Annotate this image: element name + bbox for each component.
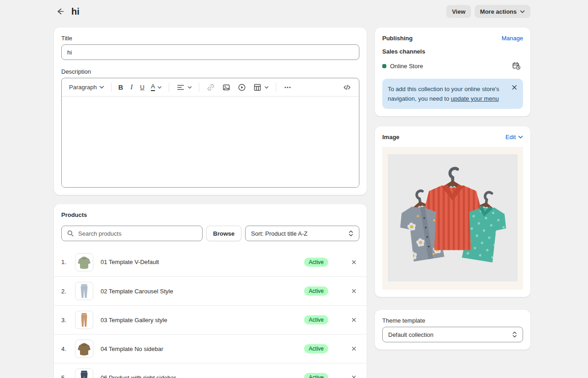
image-icon xyxy=(222,83,231,92)
chevron-down-icon xyxy=(520,10,525,13)
toolbar-separator xyxy=(111,83,112,92)
channel-status-dot xyxy=(382,64,386,68)
row-index: 5. xyxy=(61,374,75,378)
insert-image-button[interactable] xyxy=(219,81,234,94)
status-badge: Active xyxy=(304,344,328,353)
search-products-input[interactable] xyxy=(77,230,197,238)
title-label: Title xyxy=(61,35,359,42)
product-row: 4. 04 Template No sidebar Active xyxy=(54,334,367,363)
text-style-dropdown[interactable]: Paragraph xyxy=(66,82,107,92)
remove-product-button[interactable] xyxy=(349,373,358,378)
underline-button[interactable]: U xyxy=(137,82,147,92)
sort-select[interactable]: Sort: Product title A-Z xyxy=(245,226,359,241)
text-color-button[interactable]: A xyxy=(148,81,165,93)
image-heading: Image xyxy=(382,134,400,140)
shirts-illustration xyxy=(382,147,523,290)
updown-arrows-icon xyxy=(348,230,353,237)
bold-button[interactable]: B xyxy=(116,82,126,93)
description-editor: Paragraph B I U A xyxy=(61,78,359,188)
close-icon xyxy=(351,346,357,351)
collection-image[interactable] xyxy=(382,147,523,290)
status-badge: Active xyxy=(304,286,328,296)
product-thumbnail-pants xyxy=(75,311,93,329)
close-icon xyxy=(351,259,357,265)
toolbar-separator xyxy=(276,83,276,92)
text-alignment-button[interactable] xyxy=(173,81,195,94)
status-badge: Active xyxy=(304,258,328,267)
details-card: Title Description Paragraph B I U xyxy=(54,27,367,195)
edit-image-button[interactable]: Edit xyxy=(506,134,523,140)
page-header: hi View More actions xyxy=(0,0,588,19)
remove-product-button[interactable] xyxy=(349,344,358,353)
row-index: 3. xyxy=(61,317,75,324)
product-thumbnail-hoodie xyxy=(75,340,93,358)
browse-button[interactable]: Browse xyxy=(206,226,241,241)
link-icon xyxy=(206,83,215,92)
product-row: 2. 02 Template Carousel Style Active xyxy=(54,276,367,305)
arrow-left-icon xyxy=(56,7,65,16)
theme-template-select[interactable]: Default collection xyxy=(382,327,523,342)
product-thumbnail-jeans xyxy=(75,282,93,300)
row-index: 2. xyxy=(61,288,75,295)
product-name-link[interactable]: 02 Template Carousel Style xyxy=(101,288,304,295)
insert-video-button[interactable] xyxy=(235,81,249,94)
product-search-field xyxy=(61,226,203,241)
product-row: 5. 06 Product with right sidebar Active xyxy=(54,363,367,378)
toolbar-separator xyxy=(169,83,169,92)
chevron-down-icon xyxy=(264,86,269,89)
table-icon xyxy=(253,83,262,92)
chevron-down-icon xyxy=(157,86,162,89)
chevron-down-icon xyxy=(99,86,104,89)
product-row: 3. 03 Template Gallery style Active xyxy=(54,305,367,334)
product-thumbnail-jeans xyxy=(75,368,93,378)
status-badge: Active xyxy=(304,315,328,324)
status-badge: Active xyxy=(304,373,328,378)
product-list: 1. 01 Template V-Default Active xyxy=(54,248,367,378)
close-icon xyxy=(351,288,357,294)
chevron-down-icon xyxy=(518,135,523,139)
chevron-down-icon xyxy=(187,86,192,89)
manage-link[interactable]: Manage xyxy=(502,35,523,42)
video-play-icon xyxy=(237,83,246,92)
update-your-menu-link[interactable]: update your menu xyxy=(451,95,499,102)
remove-product-button[interactable] xyxy=(349,258,358,267)
product-name-link[interactable]: 03 Template Gallery style xyxy=(101,317,304,324)
publishing-heading: Publishing xyxy=(382,35,412,42)
ellipsis-icon xyxy=(283,83,292,92)
publishing-card: Publishing Manage Sales channels Online … xyxy=(375,27,530,116)
updown-arrows-icon xyxy=(512,331,517,338)
row-index: 4. xyxy=(61,346,75,352)
back-button[interactable] xyxy=(54,5,67,18)
product-name-link[interactable]: 01 Template V-Default xyxy=(101,259,304,265)
align-left-icon xyxy=(176,83,185,92)
schedule-availability-button[interactable] xyxy=(510,59,523,72)
remove-product-button[interactable] xyxy=(349,315,358,324)
show-html-button[interactable] xyxy=(340,81,354,94)
close-icon xyxy=(351,317,357,323)
more-formatting-button[interactable] xyxy=(280,81,295,94)
channel-name: Online Store xyxy=(390,63,510,70)
product-row: 1. 01 Template V-Default Active xyxy=(54,248,367,276)
link-button[interactable] xyxy=(203,81,218,94)
navigation-info-banner: To add this collection to your online st… xyxy=(382,79,523,109)
product-name-link[interactable]: 06 Product with right sidebar xyxy=(101,374,304,378)
page-title: hi xyxy=(71,6,80,17)
row-index: 1. xyxy=(61,259,75,265)
more-actions-button[interactable]: More actions xyxy=(475,5,530,18)
product-name-link[interactable]: 04 Template No sidebar xyxy=(101,346,304,352)
title-input[interactable] xyxy=(61,44,359,60)
products-heading: Products xyxy=(61,211,359,218)
collection-edit-page: hi View More actions Title Description xyxy=(0,0,588,378)
view-button[interactable]: View xyxy=(446,5,470,18)
theme-template-card: Theme template Default collection xyxy=(375,310,530,350)
description-editor-body[interactable] xyxy=(62,97,359,187)
product-thumbnail-hoodie xyxy=(75,253,93,271)
close-icon xyxy=(351,375,357,378)
insert-table-button[interactable] xyxy=(250,81,272,94)
code-icon xyxy=(342,83,352,92)
remove-product-button[interactable] xyxy=(349,286,358,296)
banner-dismiss-button[interactable] xyxy=(510,83,519,92)
rte-toolbar: Paragraph B I U A xyxy=(62,78,359,97)
italic-button[interactable]: I xyxy=(127,81,136,93)
sales-channels-heading: Sales channels xyxy=(382,48,523,55)
